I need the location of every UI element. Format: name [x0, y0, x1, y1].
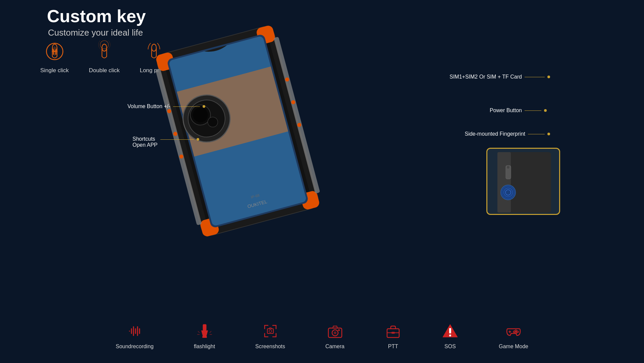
bottom-icons-section: Soundrecording flashlight: [0, 323, 644, 350]
volume-annotation: Volume Button +/-: [127, 103, 205, 109]
shortcuts-annotation: Shortcuts Open APP: [132, 136, 199, 148]
gamepad-icon: [505, 323, 522, 339]
svg-line-54: [198, 331, 200, 333]
power-annotation: Power Button: [490, 107, 547, 114]
svg-rect-66: [391, 332, 395, 334]
svg-point-7: [100, 41, 109, 49]
camera-icon: [327, 323, 343, 339]
fingerprint-callout-svg: [487, 149, 560, 215]
svg-rect-68: [449, 328, 451, 333]
sos-icon: [442, 323, 459, 339]
power-text: Power Button: [490, 107, 522, 114]
svg-rect-51: [203, 324, 206, 330]
flashlight-item: flashlight: [194, 323, 215, 350]
fingerprint-callout: [486, 148, 560, 215]
screenshots-item: Screenshots: [255, 323, 285, 350]
sim-annotation: SIM1+SIM2 Or SIM + TF Card: [449, 74, 550, 80]
svg-point-39: [507, 166, 509, 169]
single-click-label: Single click: [40, 67, 69, 74]
phone-svg: OUKITEL IP-68: [127, 10, 349, 255]
screenshots-icon: [262, 323, 279, 339]
sim-text: SIM1+SIM2 Or SIM + TF Card: [449, 74, 522, 80]
single-click-item: Single click: [40, 40, 69, 74]
ptt-icon: [385, 323, 401, 339]
svg-rect-63: [338, 329, 340, 331]
svg-point-69: [449, 334, 451, 336]
double-click-label: Double click: [89, 67, 120, 74]
ptt-label: PTT: [388, 344, 398, 350]
flashlight-icon: [196, 323, 213, 339]
soundrecording-label: Soundrecording: [116, 344, 154, 350]
double-click-item: Double click: [89, 40, 120, 74]
fingerprint-text: Side-mounted Fingerprint: [465, 131, 525, 137]
svg-point-59: [269, 330, 272, 332]
camera-item: Camera: [325, 323, 344, 350]
open-app-text: Open APP: [132, 142, 158, 148]
sos-item: SOS: [442, 323, 459, 350]
svg-line-56: [210, 331, 211, 333]
soundrecording-icon: [126, 323, 143, 339]
fingerprint-annotation: Side-mounted Fingerprint: [465, 131, 550, 137]
svg-marker-52: [201, 330, 208, 337]
flashlight-label: flashlight: [194, 344, 215, 350]
gamemode-label: Game Mode: [499, 344, 528, 350]
single-click-icon: [43, 40, 66, 64]
svg-rect-53: [202, 336, 207, 338]
shortcuts-text: Shortcuts: [132, 136, 158, 142]
double-click-icon: [93, 40, 116, 64]
soundrecording-item: Soundrecording: [116, 323, 154, 350]
camera-label: Camera: [325, 344, 344, 350]
svg-rect-58: [267, 329, 273, 333]
svg-point-44: [501, 185, 516, 200]
screenshots-label: Screenshots: [255, 344, 285, 350]
svg-point-75: [513, 331, 515, 333]
volume-text: Volume Button +/-: [127, 103, 170, 109]
sos-label: SOS: [444, 344, 456, 350]
gamemode-item: Game Mode: [499, 323, 528, 350]
ptt-item: PTT: [385, 323, 401, 350]
svg-point-62: [334, 331, 336, 334]
phone-image: OUKITEL IP-68: [127, 10, 349, 255]
svg-rect-37: [497, 152, 511, 213]
svg-point-4: [102, 44, 107, 51]
